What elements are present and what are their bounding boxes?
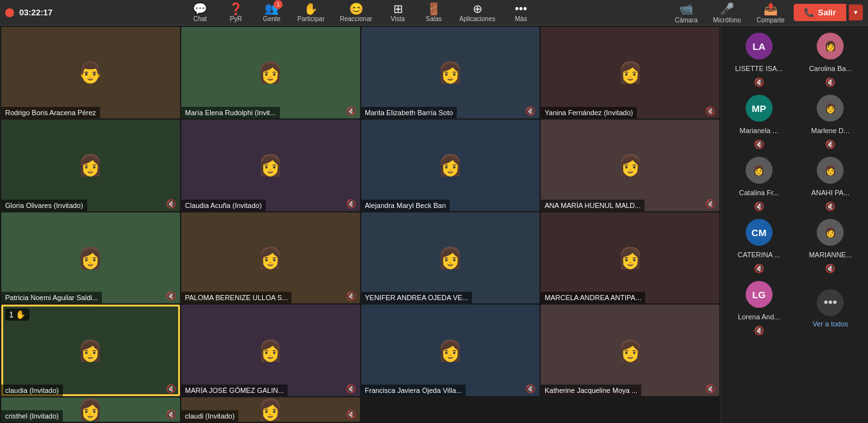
name-caterina: CATERINA ...: [738, 251, 780, 259]
record-indicator: [5, 8, 14, 17]
video-tile-francisca[interactable]: 👩 Francisca Javiera Ojeda Villa... 🔇: [361, 305, 540, 396]
aplicaciones-icon: ⊕: [473, 3, 482, 15]
camera-label: Cámara: [675, 17, 698, 24]
mic-icon: 🎤: [720, 2, 734, 16]
video-tile-cristhel[interactable]: 👩 cristhel (Invitado) 🔇: [1, 397, 180, 422]
video-paloma: 👩: [181, 212, 360, 304]
video-patricia: 👩: [1, 212, 180, 304]
participar-label: Participar: [297, 15, 324, 22]
tile-name-claudia: Claudia Acuña (Invitado): [181, 200, 266, 211]
video-tile-maria-elena[interactable]: 👩 María Elena Rudolphi (Invit... 🔇: [181, 27, 360, 118]
tile-mic-paloma: 🔇: [346, 291, 356, 301]
reaccionar-icon: 😊: [349, 3, 363, 15]
toolbar-aplicaciones[interactable]: ⊕ Aplicaciones: [453, 2, 502, 24]
video-tile-claudi[interactable]: 👩 claudi (Invitado) 🔇: [181, 397, 360, 422]
mic-caterina: 🔇: [754, 264, 764, 273]
hand-raise-icon: ✋: [15, 310, 26, 319]
mic-control[interactable]: 🎤 Micrófono: [707, 0, 748, 26]
share-label: Comparte: [757, 17, 785, 24]
tile-name-cristhel: cristhel (Invitado): [1, 410, 63, 422]
tile-name-gloria: Gloria Olivares (Invitado): [1, 200, 87, 211]
gente-label: Gente: [263, 15, 281, 22]
tile-name-yenifer: YENIFER ANDREA OJEDA VE...: [361, 292, 472, 303]
salas-icon: 🚪: [427, 3, 441, 15]
camera-control[interactable]: 📹 Cámara: [668, 0, 704, 26]
avatar-catalina: 👩: [746, 157, 773, 184]
toolbar-vista[interactable]: ⊞ Vista: [381, 2, 414, 24]
video-tile-katherine[interactable]: 👩 Katherine Jacqueline Moya ... 🔇: [541, 305, 719, 396]
video-tile-ana-maria[interactable]: 👩 ANA MARÍA HUENUL MALD... 🔇: [541, 120, 719, 211]
tile-mic-cristhel: 🔇: [166, 410, 176, 419]
video-tile-patricia[interactable]: 👩 Patricia Noemi Aguilar Saldi... 🔇: [1, 212, 180, 304]
participants-sidebar: LA LISETTE ISA... 🔇 👩 Carolina Ba... 🔇 M…: [721, 26, 868, 423]
video-tile-claudia[interactable]: 👩 Claudia Acuña (Invitado) 🔇: [181, 120, 360, 211]
sidebar-see-all[interactable]: ••• Ver a todos: [797, 279, 865, 337]
video-maria-elena: 👩: [181, 27, 360, 118]
video-tile-maria-jose[interactable]: 👩 MARÍA JOSÉ GÓMEZ GALIN... 🔇: [181, 305, 360, 396]
end-call-label: Salir: [818, 8, 836, 17]
sidebar-item-caterina[interactable]: CM CATERINA ... 🔇: [725, 217, 793, 275]
toolbar-salas[interactable]: 🚪 Salas: [417, 2, 450, 24]
tile-name-claudia-inv: claudia (Invitado): [1, 385, 63, 396]
call-timer: 03:22:17: [19, 8, 53, 17]
vista-icon: ⊞: [393, 3, 403, 15]
tile-name-marcela: MARCELA ANDREA ANTIPA...: [541, 292, 645, 303]
sidebar-item-marianela[interactable]: MP Marianela ... 🔇: [725, 93, 793, 151]
tile-mic-claudi: 🔇: [346, 410, 356, 419]
mic-marianela: 🔇: [754, 140, 764, 149]
toolbar-pyr[interactable]: ❓ PyR: [219, 2, 252, 24]
sidebar-item-catalina[interactable]: 👩 Catalina Fr... 🔇: [725, 155, 793, 213]
sidebar-row-4: CM CATERINA ... 🔇 👩 MARIANNE... 🔇: [725, 217, 864, 275]
tile-mic-patricia: 🔇: [166, 291, 176, 301]
chat-icon: 💬: [193, 3, 207, 15]
tile-mic-maria-jose: 🔇: [346, 384, 356, 394]
tile-name-patricia: Patricia Noemi Aguilar Saldi...: [1, 292, 102, 303]
video-tile-yanina[interactable]: 👩 Yanina Fernández (Invitado) 🔇: [541, 27, 719, 118]
mas-label: Más: [515, 15, 527, 22]
hand-raise-badge: 1 ✋: [5, 308, 29, 321]
toolbar-gente[interactable]: 👥 1 Gente: [255, 1, 288, 24]
video-tile-yenifer[interactable]: 👩 YENIFER ANDREA OJEDA VE...: [361, 212, 540, 304]
mic-marianne: 🔇: [825, 264, 835, 273]
topbar: 03:22:17 💬 Chat ❓ PyR 👥 1 Gente ✋ Partic…: [0, 0, 868, 26]
sidebar-item-marianne[interactable]: 👩 MARIANNE... 🔇: [797, 217, 865, 275]
video-tile-marcela[interactable]: 👩 MARCELA ANDREA ANTIPA...: [541, 212, 719, 304]
toolbar-reaccionar[interactable]: 😊 Reaccionar: [333, 2, 379, 24]
tile-name-claudi: claudi (Invitado): [181, 410, 239, 422]
video-tile-gloria[interactable]: 👩 Gloria Olivares (Invitado) 🔇: [1, 120, 180, 211]
sidebar-item-anahi[interactable]: 👩 ANAHI PA... 🔇: [797, 155, 865, 213]
video-tile-rodrigo[interactable]: 👨 Rodrigo Boris Aracena Pérez: [1, 27, 180, 118]
chat-label: Chat: [193, 15, 207, 22]
share-control[interactable]: 📤 Comparte: [750, 0, 791, 26]
sidebar-item-carolina[interactable]: 👩 Carolina Ba... 🔇: [797, 31, 865, 89]
end-call-button[interactable]: 📞 Salir: [794, 4, 846, 21]
sidebar-item-marlene[interactable]: 👩 Marlene D... 🔇: [797, 93, 865, 151]
video-tile-marita[interactable]: 👩 Marita Elizabeth Barría Soto 🔇: [361, 27, 540, 118]
video-tile-paloma[interactable]: 👩 PALOMA BERENIZE ULLOA S... 🔇: [181, 212, 360, 304]
avatar-marianne: 👩: [817, 219, 844, 246]
name-marlene: Marlene D...: [811, 127, 849, 134]
tile-mic-maria-elena: 🔇: [346, 106, 356, 116]
mic-marlene: 🔇: [825, 140, 835, 149]
video-katherine: 👩: [541, 305, 719, 396]
sidebar-item-lorena[interactable]: LG Lorena And... 🔇: [725, 279, 793, 337]
tile-mic-gloria: 🔇: [166, 199, 176, 209]
video-tile-alejandra[interactable]: 👩 Alejandra Maryl Beck Ban: [361, 120, 540, 211]
toolbar-participar[interactable]: ✋ Participar: [291, 2, 331, 24]
see-all-label[interactable]: Ver a todos: [812, 320, 848, 328]
tile-mic-yanina: 🔇: [705, 106, 716, 116]
pyr-icon: ❓: [229, 3, 243, 15]
video-tile-claudia-inv[interactable]: 1 ✋ 👩 claudia (Invitado) 🔇: [1, 305, 180, 396]
mic-anahi: 🔇: [825, 202, 835, 211]
mas-icon: •••: [515, 3, 527, 15]
tile-mic-francisca: 🔇: [525, 384, 536, 394]
toolbar-chat[interactable]: 💬 Chat: [183, 2, 217, 24]
topbar-left: 03:22:17: [5, 8, 53, 17]
end-call-dropdown[interactable]: ▾: [849, 4, 863, 20]
toolbar-mas[interactable]: ••• Más: [504, 2, 537, 24]
tile-mic-claudia-inv: 🔇: [166, 384, 176, 394]
tile-mic-claudia: 🔇: [346, 199, 356, 209]
avatar-caterina: CM: [746, 219, 773, 246]
sidebar-row-3: 👩 Catalina Fr... 🔇 👩 ANAHI PA... 🔇: [725, 155, 864, 213]
sidebar-item-lisette[interactable]: LA LISETTE ISA... 🔇: [725, 31, 793, 89]
